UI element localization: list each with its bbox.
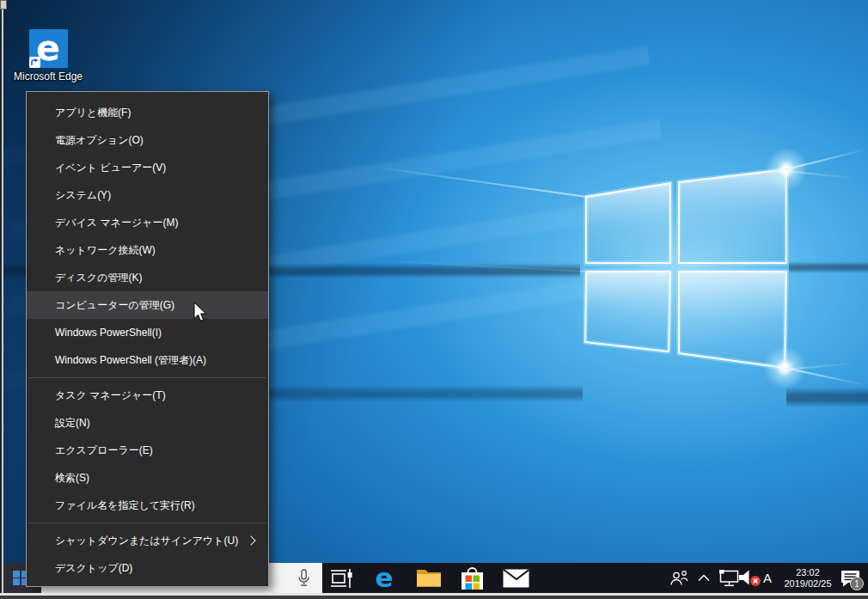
menu-item-label: タスク マネージャー(T)	[55, 388, 166, 403]
menu-item-label: シャットダウンまたはサインアウト(U)	[55, 534, 238, 548]
ethernet-network-icon	[718, 569, 740, 587]
menu-item[interactable]: 設定(N)	[27, 409, 268, 437]
menu-item-label: ディスクの管理(K)	[55, 271, 142, 285]
menu-item[interactable]: ファイル名を指定して実行(R)	[27, 492, 268, 519]
menu-separator	[28, 523, 266, 523]
menu-item[interactable]: Windows PowerShell (管理者)(A)	[27, 346, 268, 374]
frame-left-border	[2, 0, 3, 599]
notification-badge: 1	[850, 577, 864, 590]
taskbar-file-explorer-button[interactable]	[407, 563, 450, 593]
show-hidden-icons-button[interactable]	[693, 563, 715, 593]
chevron-up-icon	[698, 574, 710, 582]
menu-item-label: コンピューターの管理(G)	[55, 298, 174, 313]
menu-item[interactable]: デバイス マネージャー(M)	[27, 209, 268, 236]
mouse-cursor	[193, 302, 208, 322]
menu-item-label: Windows PowerShell(I)	[55, 327, 162, 339]
menu-item[interactable]: デスクトップ(D)	[27, 554, 268, 582]
wallpaper-dark-band	[269, 385, 583, 402]
menu-item[interactable]: シャットダウンまたはサインアウト(U)	[27, 527, 268, 554]
menu-item-label: アプリと機能(F)	[55, 106, 131, 120]
menu-item[interactable]: 検索(S)	[27, 464, 268, 492]
menu-item-label: デバイス マネージャー(M)	[55, 216, 179, 230]
menu-item-label: 検索(S)	[55, 471, 89, 486]
menu-item-label: イベント ビューアー(V)	[55, 161, 166, 175]
mail-icon	[503, 569, 529, 588]
menu-item-label: システム(Y)	[55, 188, 111, 203]
task-view-button[interactable]	[320, 563, 363, 593]
menu-item-label: デスクトップ(D)	[55, 561, 132, 576]
menu-item-label: 設定(N)	[55, 416, 90, 431]
menu-item[interactable]: ディスクの管理(K)	[27, 264, 268, 291]
desktop: e Microsoft Edge	[0, 0, 868, 599]
frame-bottom-edge	[0, 596, 868, 599]
menu-item-label: エクスプローラー(E)	[55, 443, 153, 458]
shortcut-arrow-icon	[29, 57, 40, 68]
menu-item[interactable]: イベント ビューアー(V)	[27, 154, 268, 181]
desktop-icon-label: Microsoft Edge	[9, 70, 88, 83]
taskbar-mail-button[interactable]	[494, 563, 537, 593]
menu-item[interactable]: タスク マネージャー(T)	[27, 382, 268, 409]
task-view-icon	[330, 567, 352, 590]
file-explorer-icon	[416, 567, 442, 589]
frame-corner-widget	[0, 0, 7, 9]
microphone-icon[interactable]	[297, 569, 310, 587]
menu-item[interactable]: エクスプローラー(E)	[27, 437, 268, 464]
menu-item[interactable]: ネットワーク接続(W)	[27, 236, 268, 264]
menu-item[interactable]: Windows PowerShell(I)	[27, 319, 268, 346]
people-icon	[669, 570, 688, 586]
menu-item[interactable]: コンピューターの管理(G)	[27, 291, 268, 319]
menu-item[interactable]: システム(Y)	[27, 181, 268, 209]
ime-mode-label: A	[763, 571, 772, 585]
menu-item-label: Windows PowerShell (管理者)(A)	[55, 353, 206, 368]
ime-mode-button[interactable]: A	[758, 563, 777, 593]
edge-icon: e	[375, 565, 393, 591]
context-menu: アプリと機能(F)電源オプション(O)イベント ビューアー(V)システム(Y)デ…	[26, 91, 269, 587]
desktop-icon-microsoft-edge[interactable]: e Microsoft Edge	[9, 29, 88, 83]
menu-item[interactable]: 電源オプション(O)	[27, 126, 268, 154]
taskbar-edge-button[interactable]: e	[363, 563, 406, 593]
menu-item-label: 電源オプション(O)	[55, 133, 144, 148]
menu-item-label: ファイル名を指定して実行(R)	[55, 498, 195, 513]
taskbar-store-button[interactable]	[450, 563, 493, 593]
action-center-button[interactable]: 1	[835, 563, 865, 593]
clock[interactable]: 23:02 2019/02/25	[777, 563, 839, 593]
clock-date: 2019/02/25	[784, 578, 831, 590]
menu-separator	[28, 377, 266, 378]
menu-item[interactable]: アプリと機能(F)	[27, 99, 268, 126]
people-button[interactable]	[667, 563, 691, 593]
submenu-chevron-icon	[246, 535, 255, 545]
clock-time: 23:02	[796, 567, 820, 578]
edge-logo-icon: e	[29, 29, 68, 68]
microsoft-store-icon	[461, 565, 484, 590]
menu-item-label: ネットワーク接続(W)	[55, 243, 156, 258]
